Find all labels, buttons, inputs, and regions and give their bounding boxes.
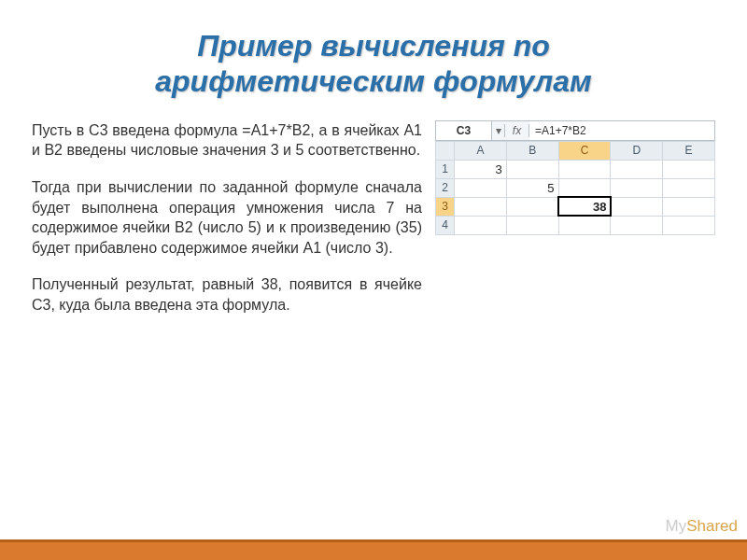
paragraph-3: Полученный результат, равный 38, появитс… [32, 274, 422, 315]
table-row: 3 38 [436, 197, 715, 216]
fx-icon[interactable]: fx [505, 124, 529, 137]
cell-D4[interactable] [611, 216, 663, 234]
cell-B3[interactable] [506, 197, 558, 216]
cell-D3[interactable] [611, 197, 663, 216]
title-line-2: арифметическим формулам [155, 64, 591, 98]
col-header-A[interactable]: A [455, 141, 507, 160]
col-header-C[interactable]: C [558, 141, 611, 160]
formula-bar: C3 ▾ fx =A1+7*B2 [435, 120, 715, 141]
name-box-dropdown-icon[interactable]: ▾ [492, 124, 505, 137]
cell-B1[interactable] [506, 160, 558, 178]
col-header-D[interactable]: D [611, 141, 663, 160]
slide-title: Пример вычисления по арифметическим форм… [0, 0, 747, 120]
footer-bar [0, 539, 747, 560]
cell-C3[interactable]: 38 [558, 197, 611, 216]
col-header-E[interactable]: E [663, 141, 715, 160]
cell-E3[interactable] [663, 197, 715, 216]
spreadsheet-column: C3 ▾ fx =A1+7*B2 A B C D E [435, 120, 715, 332]
cell-B2[interactable]: 5 [506, 178, 558, 197]
col-header-B[interactable]: B [506, 141, 558, 160]
cell-C1[interactable] [558, 160, 611, 178]
watermark-accent: Shared [686, 517, 738, 535]
cell-A1[interactable]: 3 [455, 160, 507, 178]
cell-A2[interactable] [455, 178, 507, 197]
watermark-pre: My [666, 517, 687, 535]
cell-B4[interactable] [506, 216, 558, 234]
select-all-corner[interactable] [436, 141, 455, 160]
cell-D2[interactable] [611, 178, 663, 197]
spreadsheet-grid: A B C D E 1 3 [435, 141, 715, 235]
cell-A4[interactable] [455, 216, 507, 234]
row-header-2[interactable]: 2 [436, 178, 455, 197]
table-row: 1 3 [436, 160, 715, 178]
content-area: Пусть в C3 введена формула =A1+7*B2, а в… [0, 120, 747, 332]
text-column: Пусть в C3 введена формула =A1+7*B2, а в… [32, 120, 422, 332]
cell-E1[interactable] [663, 160, 715, 178]
spreadsheet: C3 ▾ fx =A1+7*B2 A B C D E [435, 120, 715, 235]
row-header-3[interactable]: 3 [436, 197, 455, 216]
formula-input[interactable]: =A1+7*B2 [529, 121, 714, 140]
watermark: MyShared [666, 517, 739, 536]
title-line-1: Пример вычисления по [197, 29, 550, 63]
cell-C4[interactable] [558, 216, 611, 234]
name-box[interactable]: C3 [436, 121, 492, 140]
cell-E2[interactable] [663, 178, 715, 197]
paragraph-1: Пусть в C3 введена формула =A1+7*B2, а в… [32, 120, 422, 161]
table-row: 2 5 [436, 178, 715, 197]
cell-A3[interactable] [455, 197, 507, 216]
table-row: 4 [436, 216, 715, 234]
cell-E4[interactable] [663, 216, 715, 234]
paragraph-2: Тогда при вычислении по заданной формуле… [32, 177, 422, 258]
row-header-4[interactable]: 4 [436, 216, 455, 234]
row-header-1[interactable]: 1 [436, 160, 455, 178]
cell-D1[interactable] [611, 160, 663, 178]
cell-C2[interactable] [558, 178, 611, 197]
